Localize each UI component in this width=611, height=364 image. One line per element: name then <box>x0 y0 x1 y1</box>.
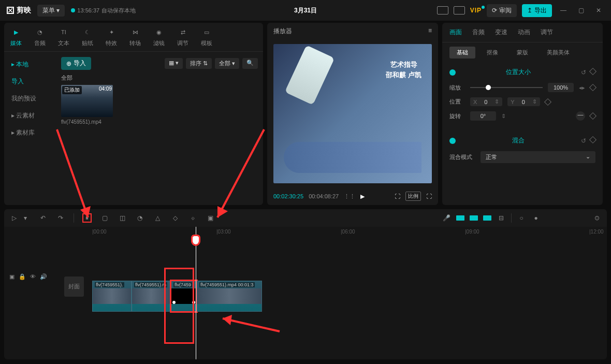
player-title: 播放器 <box>273 27 292 36</box>
top-tab-转场[interactable]: ⋈转场 <box>129 27 141 47</box>
redo-button[interactable]: ↷ <box>56 213 65 223</box>
freeze-tool[interactable]: ▣ <box>206 213 215 223</box>
crop2-tool[interactable]: ⟐ <box>188 213 197 223</box>
side-item[interactable]: ▸ 素材库 <box>4 124 56 141</box>
stepper-icon[interactable]: ◂▸ <box>579 84 585 91</box>
crop-tool[interactable]: ◫ <box>118 213 127 223</box>
view-mode-button[interactable]: ▦ ▾ <box>165 58 183 69</box>
y-input[interactable]: Y0⇕ <box>507 97 540 106</box>
mic-icon[interactable]: 🎤 <box>442 213 451 223</box>
fit-icon[interactable]: ⊙ <box>592 213 602 223</box>
current-time: 00:02:30:25 <box>273 193 303 199</box>
delete-tool[interactable]: ▢ <box>100 213 109 223</box>
play-button[interactable]: ▶ <box>360 193 365 200</box>
top-tab-特效[interactable]: ✦特效 <box>106 27 117 47</box>
rotate-tool[interactable]: ◇ <box>170 213 180 223</box>
timeline-body[interactable]: |00:00|03:00|06:00|09:00|12:00 ▣ 🔒 👁 🔊 封… <box>4 227 607 359</box>
zoom-slider-icon[interactable]: ● <box>531 213 541 223</box>
flip-icon[interactable]: — <box>576 111 585 121</box>
side-item[interactable]: 导入 <box>4 73 56 90</box>
track-toggle-3[interactable] <box>483 215 491 221</box>
timeline-clip[interactable]: flv(7459551).m <box>132 281 171 312</box>
ratio-button[interactable]: 比例 <box>405 192 421 201</box>
layout-icon-2[interactable] <box>454 6 465 14</box>
playhead[interactable] <box>196 227 196 359</box>
ruler-tick: |03:00 <box>216 229 231 235</box>
side-item[interactable]: 我的预设 <box>4 90 56 107</box>
added-badge: 已添加 <box>62 86 82 94</box>
reset-icon[interactable]: ↺ <box>581 137 586 144</box>
ruler-tick: |09:00 <box>465 229 479 235</box>
review-button[interactable]: ⟳ 审阅 <box>487 4 517 17</box>
track-toggle-2[interactable] <box>470 215 478 221</box>
subtab-美颜美体[interactable]: 美颜美体 <box>540 47 577 59</box>
speed-tool[interactable]: ◔ <box>135 213 144 223</box>
sort-button[interactable]: 排序 ⇅ <box>186 58 212 69</box>
props-tab-音频[interactable]: 音频 <box>472 28 485 37</box>
zoom-out-icon[interactable]: ○ <box>517 213 526 223</box>
import-button[interactable]: ⊕ 导入 <box>61 57 91 70</box>
top-tab-模板[interactable]: ▭模板 <box>201 27 212 47</box>
split-tool[interactable] <box>82 213 92 223</box>
keyframe-icon[interactable] <box>589 84 597 91</box>
scale-label: 缩放 <box>449 84 465 92</box>
subtab-蒙版[interactable]: 蒙版 <box>510 47 535 59</box>
side-item[interactable]: ▸ 云素材 <box>4 107 56 124</box>
fullscreen-icon[interactable]: ⛶ <box>426 193 432 199</box>
select-dropdown[interactable]: ▾ <box>21 213 30 223</box>
props-tab-变速[interactable]: 变速 <box>495 28 507 37</box>
player-video[interactable]: 艺术指导 邵和麒 卢凯 <box>273 44 432 183</box>
top-tab-音频[interactable]: ◔音频 <box>34 27 46 47</box>
player-menu-icon[interactable]: ≡ <box>428 27 432 36</box>
scale-input[interactable]: 100% <box>548 83 574 92</box>
layout-icon-1[interactable] <box>437 6 448 14</box>
mirror-tool[interactable]: △ <box>153 213 162 223</box>
timeline-ruler[interactable]: |00:00|03:00|06:00|09:00|12:00 <box>4 227 607 239</box>
subtab-抠像[interactable]: 抠像 <box>479 47 505 59</box>
menu-button[interactable]: 菜单 ▾ <box>37 5 65 17</box>
close-button[interactable]: ✕ <box>592 7 605 14</box>
media-thumbnail[interactable]: 已添加 04:09 flv(7459551).mp4 <box>61 85 113 125</box>
vip-badge[interactable]: VIP <box>470 7 482 14</box>
timeline-clip[interactable]: flv(7459551). <box>92 281 132 312</box>
media-panel: ▶媒体◔音频TI文本☾贴纸✦特效⋈转场◉滤镜⇄调节▭模板 ▸ 本地导入我的预设▸… <box>4 23 263 205</box>
keyframe-icon[interactable] <box>544 98 551 105</box>
export-button[interactable]: ↥ 导出 <box>522 4 552 17</box>
rotation-input[interactable]: 0° <box>470 111 496 121</box>
filter-button[interactable]: 全部 ▾ <box>215 58 239 69</box>
timeline-clip[interactable]: flv(7459551).mp4 00:01:3 <box>197 281 262 312</box>
side-item[interactable]: ▸ 本地 <box>4 56 56 73</box>
scale-slider[interactable] <box>470 87 543 88</box>
reset-icon[interactable]: ↺ <box>581 69 586 76</box>
blend-mode-select[interactable]: 正常⌄ <box>481 151 595 163</box>
keyframe-icon[interactable] <box>589 112 597 120</box>
list-icon[interactable]: ⋮⋮ <box>344 193 355 200</box>
maximize-button[interactable]: ▢ <box>575 7 587 14</box>
undo-button[interactable]: ↶ <box>38 213 48 223</box>
blend-mode-label: 混合模式 <box>449 153 475 161</box>
top-tab-贴纸[interactable]: ☾贴纸 <box>82 27 93 47</box>
frame-icon[interactable]: ⛶ <box>395 193 400 199</box>
select-tool[interactable]: ▷ <box>9 213 19 223</box>
app-logo: 剪映 <box>6 6 31 15</box>
autosave-status: 13:56:37 自动保存本地 <box>71 7 136 14</box>
section-blend: 混合 <box>512 136 525 145</box>
top-tab-媒体[interactable]: ▶媒体 <box>10 27 22 47</box>
stepper-icon[interactable]: ⇕ <box>501 113 506 120</box>
props-tab-动画[interactable]: 动画 <box>518 28 530 37</box>
timeline-clip[interactable]: flv(7459 <box>171 281 197 312</box>
props-tab-调节[interactable]: 调节 <box>541 28 553 37</box>
x-input[interactable]: X0⇕ <box>470 97 502 106</box>
subtab-基础[interactable]: 基础 <box>449 47 475 59</box>
top-tab-文本[interactable]: TI文本 <box>58 27 69 47</box>
minimize-button[interactable]: — <box>557 7 570 14</box>
top-tab-滤镜[interactable]: ◉滤镜 <box>153 27 165 47</box>
top-tab-调节[interactable]: ⇄调节 <box>177 27 188 47</box>
all-label: 全部 <box>61 74 258 82</box>
props-tab-画面[interactable]: 画面 <box>449 28 462 37</box>
keyframe-icon[interactable] <box>589 67 597 75</box>
track-toggle-1[interactable] <box>456 215 464 221</box>
align-icon[interactable]: ⊟ <box>497 213 506 223</box>
search-button[interactable]: 🔍 <box>242 58 258 69</box>
keyframe-icon[interactable] <box>589 136 597 143</box>
